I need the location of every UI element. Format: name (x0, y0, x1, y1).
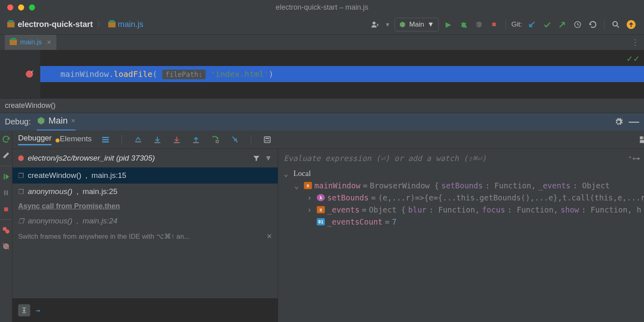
frame-location: main.js:15 (91, 171, 126, 180)
breadcrumb-file[interactable]: main.js (108, 20, 143, 29)
project-icon (7, 22, 14, 27)
main-toolbar: electron-quick-start 〉 main.js ▼ Main ▼ … (0, 14, 644, 35)
breadcrumb-project: electron-quick-start (18, 20, 93, 29)
stop-button[interactable]: ■ (489, 19, 500, 30)
mute-breakpoints-icon[interactable] (0, 241, 12, 252)
view-breakpoints-icon[interactable] (0, 225, 12, 236)
thread-name: electron/js2c/browser_init (pid 37305) (28, 154, 155, 163)
inspection-ok-icon[interactable]: ✓✓ (626, 54, 640, 64)
debug-button[interactable] (458, 19, 469, 30)
thread-dropdown-icon[interactable]: ▼ (264, 154, 272, 163)
breadcrumb[interactable]: electron-quick-start 〉 main.js (7, 19, 143, 31)
run-coverage-button[interactable] (473, 19, 485, 30)
svg-rect-24 (640, 140, 644, 142)
scope-label: Local (293, 169, 311, 178)
svg-point-20 (266, 140, 268, 141)
stack-frame[interactable]: ❐ anonymous(), main.js:25 (12, 184, 278, 200)
pause-icon[interactable] (0, 187, 12, 198)
async-boundary-label: Async call from Promise.then (12, 200, 278, 213)
debug-console[interactable]: → (12, 298, 278, 322)
param-hint: filePath: (162, 70, 206, 79)
evaluate-expression-icon[interactable] (262, 134, 273, 145)
debug-panel-label: Debug: (5, 117, 31, 126)
add-watch-icon[interactable]: ⁺⊶ (628, 154, 640, 163)
code-with-me-icon[interactable] (369, 19, 381, 30)
caret-icon[interactable]: ▼ (385, 21, 390, 28)
debug-session-tab[interactable]: Main ✕ (37, 113, 76, 131)
svg-rect-11 (4, 190, 6, 195)
debug-tabs: Debugger Elements (12, 130, 644, 149)
layout-settings-icon[interactable] (638, 134, 644, 145)
close-tab-icon[interactable]: ✕ (47, 39, 52, 45)
close-session-icon[interactable]: ✕ (71, 118, 76, 124)
modify-run-config-icon[interactable] (0, 150, 12, 161)
rerun-icon[interactable] (0, 134, 12, 145)
thread-selector[interactable]: electron/js2c/browser_init (pid 37305) ▼ (12, 149, 278, 167)
js-file-icon (108, 22, 116, 27)
editor-tab-main-js[interactable]: main.js ✕ (5, 35, 56, 50)
search-icon[interactable] (610, 19, 621, 30)
step-out-icon[interactable] (190, 134, 202, 145)
number-icon: 01 (317, 218, 325, 225)
close-tip-icon[interactable]: ✕ (266, 232, 272, 241)
variable-row[interactable]: 01 _eventsCount = 7 (278, 216, 644, 228)
breakpoint-icon[interactable] (26, 70, 33, 78)
breakpoint-line[interactable]: 15 mainWindow.loadFile( filePath: 'index… (0, 66, 644, 82)
revert-icon[interactable] (587, 19, 599, 30)
minimize-panel-icon[interactable]: — (629, 116, 639, 128)
eval-placeholder: Evaluate expression (⏎) or add a watch (… (284, 154, 486, 163)
show-execution-point-icon[interactable] (132, 134, 144, 145)
variable-row[interactable]: ⌄ ≡ mainWindow = BrowserWindow {setBound… (278, 180, 644, 192)
debugger-tab[interactable]: Debugger (18, 134, 52, 145)
variable-scope[interactable]: ⌄ Local (278, 167, 644, 180)
frame-icon: ❐ (18, 188, 24, 196)
svg-rect-16 (216, 140, 218, 142)
filter-icon[interactable] (252, 154, 260, 162)
console-scroll-icon[interactable] (18, 304, 30, 316)
variable-name: _eventsCount (327, 217, 382, 226)
variable-value: BrowserWindow { (370, 181, 439, 190)
git-commit-icon[interactable] (541, 19, 553, 30)
svg-rect-17 (264, 136, 270, 142)
context-label: createWindow() (5, 101, 56, 110)
settings-icon[interactable] (614, 118, 623, 126)
git-push-icon[interactable] (557, 19, 568, 30)
svg-rect-12 (7, 190, 8, 195)
maximize-window-icon[interactable] (29, 4, 35, 10)
frame-function: anonymous() (28, 187, 72, 196)
nodejs-icon (37, 116, 45, 125)
code-variable: mainWindow (60, 69, 109, 79)
frame-function: createWindow() (28, 171, 81, 180)
run-to-cursor-icon[interactable] (210, 134, 221, 145)
resume-icon[interactable] (0, 171, 12, 182)
debug-panel-body: ■ Debugger Elements (0, 130, 644, 322)
evaluate-expression-input[interactable]: Evaluate expression (⏎) or add a watch (… (278, 149, 644, 167)
dropdown-caret-icon: ▼ (427, 21, 434, 29)
stop-icon[interactable]: ■ (0, 203, 12, 215)
svg-rect-22 (640, 136, 643, 139)
update-icon[interactable] (625, 19, 637, 30)
step-into-icon[interactable] (171, 134, 182, 145)
smart-step-icon[interactable] (229, 134, 240, 145)
run-config-name: Main (409, 21, 424, 29)
run-configuration-selector[interactable]: Main ▼ (394, 18, 439, 31)
stack-frame[interactable]: ❐ anonymous(), main.js:24 (12, 213, 278, 229)
variable-name: setBounds (327, 193, 369, 202)
threads-icon[interactable] (100, 134, 111, 145)
history-icon[interactable] (572, 19, 583, 30)
elements-tab[interactable]: Elements (60, 134, 91, 145)
close-window-icon[interactable] (7, 4, 13, 10)
step-over-icon[interactable] (152, 134, 163, 145)
stack-frame[interactable]: ❐ createWindow(), main.js:15 (12, 167, 278, 184)
run-button[interactable]: ▶ (443, 19, 454, 30)
frame-icon: ❐ (18, 217, 24, 225)
more-tabs-icon[interactable]: ⋮ (631, 37, 639, 47)
minimize-window-icon[interactable] (18, 4, 24, 10)
object-icon: ≡ (317, 206, 325, 213)
git-pull-icon[interactable] (526, 19, 537, 30)
context-breadcrumb[interactable]: createWindow() (0, 98, 644, 113)
variable-row[interactable]: › λ setBounds = (e,...r)=>{e={...this.ge… (278, 192, 644, 204)
code-editor[interactable]: ✓✓ 14 15 mainWindow.loadFile( filePath: … (0, 50, 644, 98)
object-icon: ≡ (304, 182, 312, 189)
variable-row[interactable]: › ≡ _events = Object {blur: Function, fo… (278, 204, 644, 216)
